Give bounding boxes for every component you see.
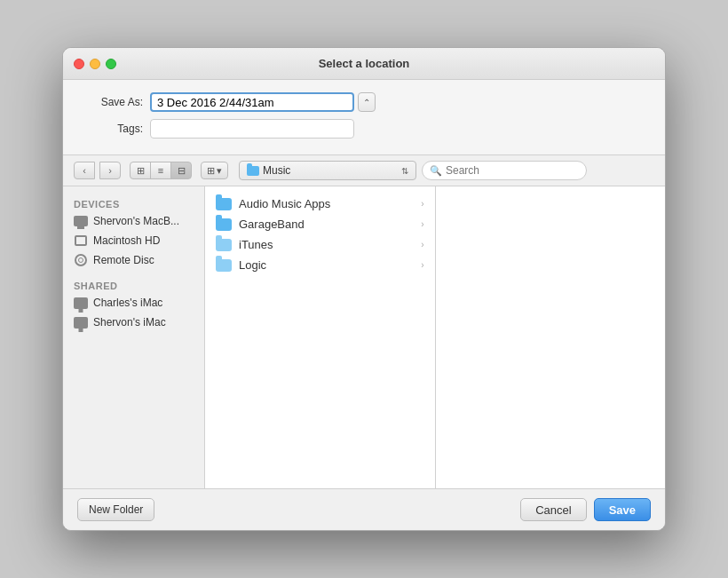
back-icon: ‹ xyxy=(83,165,86,176)
folder-icon-audio xyxy=(216,198,232,210)
file-item-itunes[interactable]: iTunes › xyxy=(205,234,435,255)
chevron-right-icon: › xyxy=(421,199,423,209)
sidebar-shervon-label: Shervon's iMac xyxy=(93,316,166,329)
close-button[interactable] xyxy=(74,59,84,69)
location-spinner-icon: ⇅ xyxy=(401,166,408,176)
forward-icon: › xyxy=(108,165,112,176)
disc-icon xyxy=(74,253,88,267)
file-label-garageband: GarageBand xyxy=(239,218,305,231)
sidebar-charles-label: Charles's iMac xyxy=(93,297,162,309)
column-view-button[interactable]: ⊟ xyxy=(170,162,192,179)
dialog-title: Select a location xyxy=(319,57,410,70)
chevron-right-itunes-icon: › xyxy=(421,240,423,249)
action-dropdown-icon: ▾ xyxy=(217,165,222,177)
form-area: Save As: ⌃ Tags: xyxy=(63,80,665,155)
maximize-button[interactable] xyxy=(106,59,116,69)
action-icon: ⊞ xyxy=(207,165,215,177)
forward-button[interactable]: › xyxy=(99,162,121,179)
folder-icon-itunes xyxy=(216,239,232,251)
icon-view-button[interactable]: ⊞ xyxy=(130,162,151,179)
list-view-button[interactable]: ≡ xyxy=(150,162,171,179)
traffic-lights xyxy=(74,59,116,69)
location-dropdown[interactable]: Music ⇅ xyxy=(239,161,416,180)
saveas-input[interactable] xyxy=(150,92,354,112)
computer-icon xyxy=(74,214,88,228)
sidebar-item-shervon-imac[interactable]: Shervon's iMac xyxy=(63,313,204,332)
detail-pane xyxy=(436,186,666,488)
file-label-itunes: iTunes xyxy=(239,238,273,251)
chevron-up-icon: ⌃ xyxy=(363,98,370,107)
devices-section-label: Devices xyxy=(63,195,204,211)
location-folder-icon xyxy=(247,166,259,176)
sidebar-item-macbook[interactable]: Shervon's MacB... xyxy=(63,211,204,231)
chevron-right-logic-icon: › xyxy=(421,260,423,270)
location-label: Music xyxy=(263,164,290,177)
file-label-audio: Audio Music Apps xyxy=(239,197,330,210)
file-label-logic: Logic xyxy=(239,258,266,272)
file-pane: Audio Music Apps › GarageBand › iTunes ›… xyxy=(205,186,436,488)
saveas-row: Save As: ⌃ xyxy=(81,92,647,112)
folder-icon-garageband xyxy=(216,218,232,231)
sidebar-item-macintosh-hd[interactable]: Macintosh HD xyxy=(63,231,204,250)
titlebar: Select a location xyxy=(63,48,665,80)
charles-imac-icon xyxy=(74,296,88,310)
search-input[interactable] xyxy=(446,164,579,177)
folder-icon-logic xyxy=(216,259,232,272)
action-button[interactable]: ⊞ ▾ xyxy=(201,162,228,179)
column-view-icon: ⊟ xyxy=(178,165,186,177)
new-folder-button[interactable]: New Folder xyxy=(77,498,154,521)
search-box[interactable]: 🔍 xyxy=(422,161,587,180)
file-item-audio-music-apps[interactable]: Audio Music Apps › xyxy=(205,194,435,214)
search-icon: 🔍 xyxy=(430,165,442,177)
icon-view-icon: ⊞ xyxy=(137,165,145,177)
minimize-button[interactable] xyxy=(90,59,100,69)
cancel-button[interactable]: Cancel xyxy=(520,498,586,521)
location-text: Music xyxy=(247,164,290,177)
sidebar-item-charles-imac[interactable]: Charles's iMac xyxy=(63,293,204,313)
bottom-right-buttons: Cancel Save xyxy=(520,498,651,521)
tags-input[interactable] xyxy=(150,119,354,139)
hd-icon xyxy=(74,234,88,248)
bottom-bar: New Folder Cancel Save xyxy=(63,488,665,530)
sidebar: Devices Shervon's MacB... Macintosh HD R… xyxy=(63,186,205,488)
list-view-icon: ≡ xyxy=(158,165,163,176)
view-buttons: ⊞ ≡ ⊟ xyxy=(130,162,192,179)
saveas-chevron-button[interactable]: ⌃ xyxy=(358,92,376,112)
save-dialog: Select a location Save As: ⌃ Tags: ‹ › ⊞ xyxy=(62,47,666,531)
sidebar-disc-label: Remote Disc xyxy=(93,254,154,266)
file-item-logic[interactable]: Logic › xyxy=(205,255,435,275)
sidebar-macbook-label: Shervon's MacB... xyxy=(93,215,179,227)
file-item-garageband[interactable]: GarageBand › xyxy=(205,214,435,234)
shervon-imac-icon xyxy=(74,315,88,329)
tags-label: Tags: xyxy=(81,123,143,135)
sidebar-hd-label: Macintosh HD xyxy=(93,234,160,247)
toolbar: ‹ › ⊞ ≡ ⊟ ⊞ ▾ Music ⇅ xyxy=(63,155,665,186)
shared-section-label: Shared xyxy=(63,277,204,293)
back-button[interactable]: ‹ xyxy=(74,162,95,179)
save-button[interactable]: Save xyxy=(594,498,651,521)
saveas-label: Save As: xyxy=(81,96,143,108)
sidebar-item-remote-disc[interactable]: Remote Disc xyxy=(63,250,204,270)
tags-row: Tags: xyxy=(81,119,647,139)
content-area: Devices Shervon's MacB... Macintosh HD R… xyxy=(63,186,665,488)
chevron-right-garageband-icon: › xyxy=(421,219,423,229)
